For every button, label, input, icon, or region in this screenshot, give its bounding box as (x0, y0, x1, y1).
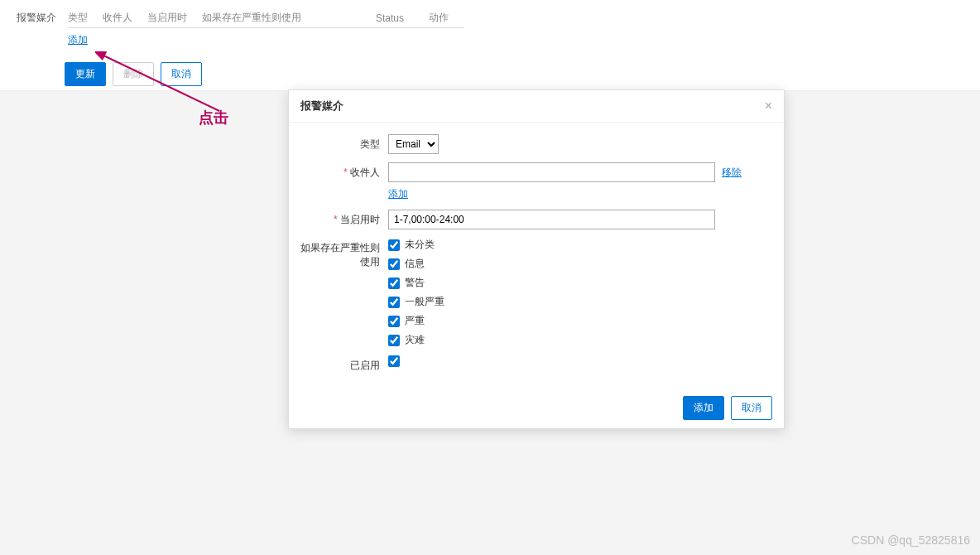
delete-button: 删除 (113, 62, 154, 86)
recipient-input[interactable] (388, 162, 715, 182)
remove-recipient-link[interactable]: 移除 (722, 166, 742, 180)
severity-cb-5[interactable] (388, 335, 400, 346)
severity-cb-4[interactable] (388, 316, 400, 327)
media-config-panel: 报警媒介 类型 收件人 当启用时 如果存在严重性则使用 Status 动作 添加… (0, 0, 980, 91)
severity-cb-2[interactable] (388, 278, 400, 289)
enabled-label: 已启用 (300, 355, 388, 373)
add-recipient-link[interactable]: 添加 (388, 188, 408, 200)
modal-add-button[interactable]: 添加 (683, 396, 724, 420)
update-button[interactable]: 更新 (65, 62, 106, 86)
add-media-link[interactable]: 添加 (68, 33, 88, 47)
media-table: 类型 收件人 当启用时 如果存在严重性则使用 Status 动作 (68, 8, 464, 28)
severity-cb-0[interactable] (388, 239, 400, 251)
severity-text-4: 严重 (405, 314, 425, 328)
col-recipient: 收件人 (103, 8, 147, 28)
severity-text-3: 一般严重 (405, 295, 444, 309)
col-status: Status (376, 8, 429, 28)
when-label: 当启用时 (300, 210, 388, 227)
recipient-label: 收件人 (300, 162, 388, 180)
severity-text-0: 未分类 (405, 238, 435, 252)
modal-cancel-button[interactable]: 取消 (731, 396, 772, 420)
section-label: 报警媒介 (17, 8, 56, 25)
col-action: 动作 (429, 8, 464, 28)
watermark: CSDN @qq_52825816 (852, 533, 970, 547)
severity-list: 未分类 信息 警告 一般严重 严重 灾难 (388, 238, 772, 347)
col-type: 类型 (68, 8, 103, 28)
modal-title: 报警媒介 (300, 99, 343, 113)
type-select[interactable]: Email (388, 134, 439, 154)
col-severity: 如果存在严重性则使用 (202, 8, 376, 28)
col-when: 当启用时 (147, 8, 202, 28)
when-input[interactable] (388, 210, 715, 229)
severity-cb-1[interactable] (388, 258, 400, 270)
close-icon[interactable]: × (765, 99, 772, 113)
severity-label: 如果存在严重性则使用 (300, 238, 388, 269)
cancel-button[interactable]: 取消 (161, 62, 202, 86)
type-label: 类型 (300, 134, 388, 152)
severity-cb-3[interactable] (388, 297, 400, 308)
enabled-checkbox[interactable] (388, 355, 400, 367)
annotation-label: 点击 (199, 108, 228, 128)
severity-text-2: 警告 (405, 276, 425, 290)
severity-text-5: 灾难 (405, 333, 425, 347)
severity-text-1: 信息 (405, 257, 425, 271)
media-modal: 报警媒介 × 类型 Email 收件人 移除 添加 当启用时 (288, 89, 785, 429)
